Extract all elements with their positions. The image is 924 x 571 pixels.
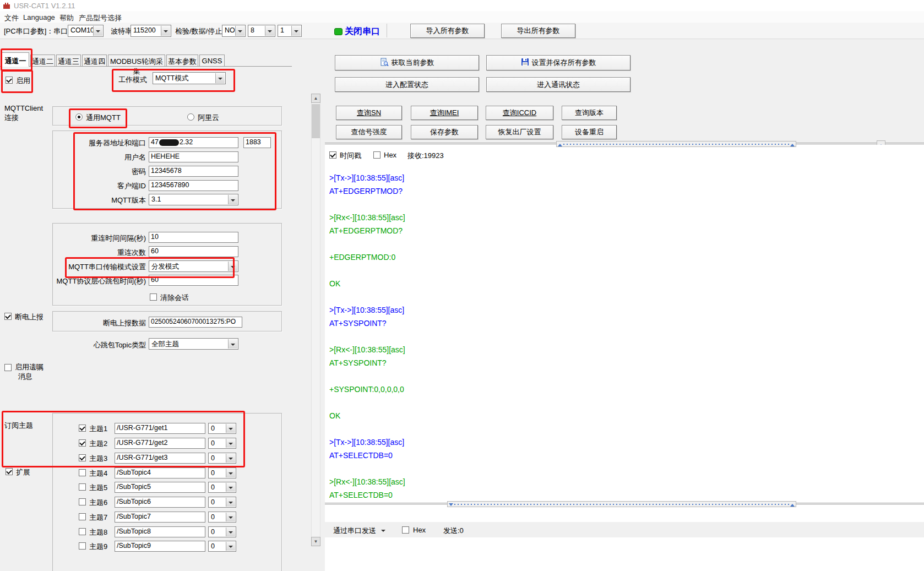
- send-input-area[interactable]: [325, 537, 924, 571]
- splitter-collapse-icon[interactable]: [558, 142, 562, 146]
- splitter-bottom-handle[interactable]: [447, 501, 796, 507]
- topic-5-checkbox[interactable]: [79, 483, 86, 491]
- username-input[interactable]: HEHEHE: [149, 151, 238, 162]
- scroll-up-icon[interactable]: ▲: [311, 94, 320, 103]
- topic-6-qos-select[interactable]: 0: [208, 497, 236, 508]
- factory-reset-button[interactable]: 恢复出厂设置: [486, 125, 553, 139]
- baud-select[interactable]: 115200: [131, 25, 171, 37]
- chevron-down-icon[interactable]: [226, 483, 235, 492]
- transmode-select[interactable]: 分发模式: [149, 260, 238, 272]
- topic-3-input[interactable]: /USR-G771/get3: [115, 453, 205, 464]
- tab-5[interactable]: 基本参数: [166, 55, 198, 66]
- log-area[interactable]: [325, 145, 924, 503]
- topic-6-input[interactable]: /SubTopic6: [115, 497, 205, 508]
- topic-4-input[interactable]: /SubTopic4: [115, 467, 205, 478]
- log-hex-checkbox[interactable]: [373, 151, 381, 159]
- topic-2-qos-select[interactable]: 0: [208, 438, 236, 449]
- left-panel-scrollbar[interactable]: [311, 94, 320, 546]
- timestamp-checkbox[interactable]: [329, 151, 336, 159]
- save-params-button[interactable]: 保存参数: [411, 125, 478, 139]
- chevron-down-icon[interactable]: [226, 513, 235, 521]
- workmode-select[interactable]: MQTT模式: [153, 72, 226, 84]
- reconnect-count-input[interactable]: 60: [149, 246, 238, 257]
- serial-port-select[interactable]: COM10: [68, 25, 104, 37]
- topic-4-checkbox[interactable]: [79, 469, 86, 476]
- chevron-down-icon[interactable]: [226, 528, 235, 536]
- chevron-down-icon[interactable]: [265, 26, 274, 36]
- chevron-down-icon[interactable]: [235, 26, 244, 36]
- topic-2-checkbox[interactable]: [79, 439, 86, 447]
- topic-7-input[interactable]: /SubTopic7: [115, 512, 205, 523]
- password-input[interactable]: 12345678: [149, 166, 238, 177]
- query-sn-button[interactable]: 查询SN: [336, 106, 402, 120]
- heartbeat-topic-select[interactable]: 全部主题: [149, 338, 238, 350]
- menu-item-3[interactable]: 产品型号选择: [79, 13, 122, 23]
- chevron-down-icon[interactable]: [226, 498, 235, 507]
- powerdown-checkbox[interactable]: [4, 313, 12, 320]
- tab-3[interactable]: 通道四: [82, 55, 107, 66]
- chevron-down-icon[interactable]: [228, 195, 237, 204]
- topic-1-qos-select[interactable]: 0: [208, 423, 236, 434]
- scroll-down-icon[interactable]: ▼: [311, 537, 320, 546]
- chevron-down-icon[interactable]: [215, 73, 225, 83]
- menu-item-2[interactable]: 帮助: [59, 13, 74, 23]
- chevron-down-icon[interactable]: [226, 424, 235, 433]
- splitter-collapse-icon[interactable]: [449, 503, 453, 508]
- chevron-down-icon[interactable]: [291, 26, 301, 36]
- topic-9-input[interactable]: /SubTopic9: [115, 541, 205, 552]
- query-imei-button[interactable]: 查询IMEI: [411, 106, 478, 120]
- keepalive-input[interactable]: 60: [149, 275, 238, 286]
- topic-6-checkbox[interactable]: [79, 498, 86, 505]
- topic-8-input[interactable]: /SubTopic8: [115, 526, 205, 537]
- splitter-top-handle[interactable]: [556, 141, 796, 147]
- topic-2-input[interactable]: /USR-G771/get2: [115, 438, 205, 449]
- close-serial-button[interactable]: 关闭串口: [345, 26, 380, 37]
- chevron-down-icon[interactable]: [228, 262, 237, 271]
- topic-7-qos-select[interactable]: 0: [208, 512, 236, 523]
- aliyun-radio[interactable]: [187, 113, 194, 121]
- enable-channel-checkbox[interactable]: [6, 77, 13, 84]
- reconnect-interval-input[interactable]: 10: [149, 232, 238, 243]
- tab-6[interactable]: GNSS: [199, 55, 225, 66]
- topic-8-checkbox[interactable]: [79, 528, 86, 535]
- menu-item-0[interactable]: 文件: [4, 13, 19, 23]
- chevron-down-icon[interactable]: [226, 439, 235, 448]
- stopbits-select[interactable]: 1: [278, 25, 302, 37]
- chevron-down-icon[interactable]: [226, 542, 235, 551]
- generic-mqtt-radio[interactable]: [75, 113, 83, 121]
- chevron-down-icon[interactable]: [226, 454, 235, 463]
- export-all-params-button[interactable]: 导出所有参数: [501, 24, 575, 38]
- topic-9-checkbox[interactable]: [79, 542, 86, 550]
- topic-1-input[interactable]: /USR-G771/get1: [115, 423, 205, 434]
- get-params-button[interactable]: 获取当前参数: [335, 55, 479, 70]
- reboot-button[interactable]: 设备重启: [562, 125, 617, 139]
- chevron-down-icon[interactable]: [226, 469, 235, 477]
- enter-comm-button[interactable]: 进入通讯状态: [486, 77, 631, 92]
- topic-5-input[interactable]: /SubTopic5: [115, 482, 205, 493]
- chevron-down-icon[interactable]: [93, 26, 102, 36]
- tab-1[interactable]: 通道二: [30, 55, 55, 66]
- server-port-input[interactable]: 1883: [243, 137, 271, 148]
- scrollbar-thumb[interactable]: [312, 104, 320, 138]
- enter-config-button[interactable]: 进入配置状态: [335, 77, 479, 92]
- will-checkbox[interactable]: [4, 364, 12, 371]
- query-signal-button[interactable]: 查信号强度: [336, 125, 402, 139]
- send-hex-checkbox[interactable]: [402, 526, 409, 534]
- server-addr-input[interactable]: 472.32: [149, 137, 238, 148]
- chevron-down-icon[interactable]: [381, 530, 385, 534]
- splitter-collapse-icon[interactable]: [790, 142, 795, 146]
- import-all-params-button[interactable]: 导入所有参数: [410, 24, 485, 38]
- topic-1-checkbox[interactable]: [79, 425, 86, 432]
- tab-4[interactable]: MODBUS轮询采集: [108, 55, 165, 66]
- set-save-params-button[interactable]: 设置并保存所有参数: [486, 55, 631, 70]
- clean-session-checkbox[interactable]: [150, 293, 157, 301]
- send-via-serial-dropdown[interactable]: 通过串口发送: [333, 526, 376, 536]
- splitter-collapse-icon[interactable]: [790, 502, 795, 507]
- topic-8-qos-select[interactable]: 0: [208, 526, 236, 537]
- topic-3-checkbox[interactable]: [79, 454, 86, 461]
- menu-item-1[interactable]: Language: [23, 13, 55, 21]
- chevron-down-icon[interactable]: [161, 26, 170, 36]
- tab-2[interactable]: 通道三: [56, 55, 81, 66]
- query-version-button[interactable]: 查询版本: [562, 106, 617, 120]
- topic-4-qos-select[interactable]: 0: [208, 467, 236, 478]
